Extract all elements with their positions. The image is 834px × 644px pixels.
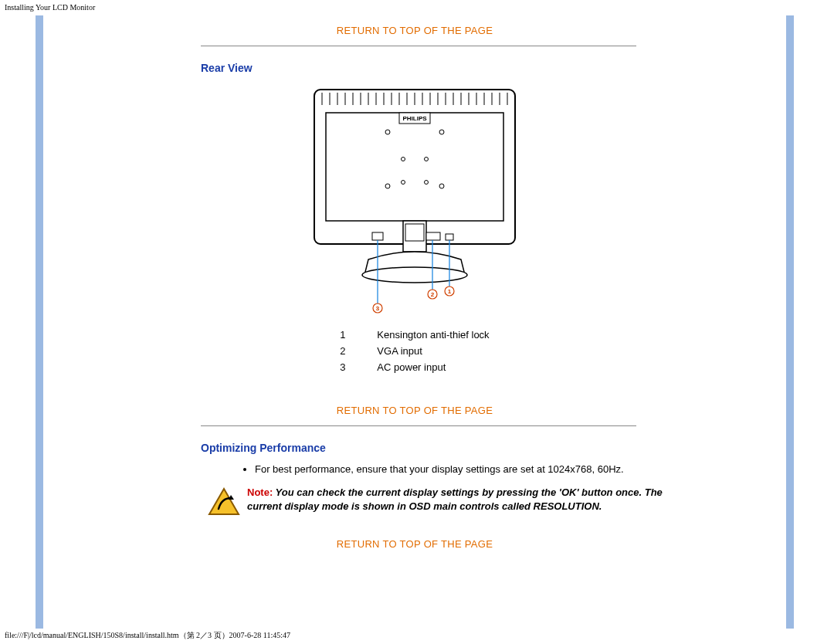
svg-point-33 [402, 158, 405, 161]
divider [201, 46, 636, 46]
rear-view-title: Rear View [201, 62, 775, 74]
legend-num: 2 [332, 343, 369, 359]
rear-view-legend: 1 Kensington anti-thief lock 2 VGA input… [332, 327, 497, 375]
return-top-link-2[interactable]: RETURN TO TOP OF THE PAGE [54, 405, 775, 416]
svg-rect-1 [326, 113, 503, 221]
content-area: RETURN TO TOP OF THE PAGE Rear View [46, 15, 783, 629]
legend-label: Kensington anti-thief lock [369, 327, 497, 343]
svg-point-31 [385, 184, 390, 188]
sidebar-right [786, 15, 794, 629]
table-row: 3 AC power input [332, 359, 497, 375]
svg-rect-40 [372, 232, 383, 240]
note-text: Note: You can check the current display … [247, 486, 698, 513]
list-item: For best performance, ensure that your d… [255, 463, 775, 475]
note-row: Note: You can check the current display … [201, 486, 698, 517]
svg-marker-52 [209, 489, 239, 514]
svg-text:3: 3 [376, 305, 380, 312]
sidebar-left [36, 15, 43, 629]
svg-point-36 [425, 181, 429, 185]
svg-point-35 [402, 181, 405, 185]
page: Installing Your LCD Monitor file:///F|/l… [0, 0, 834, 644]
svg-rect-42 [446, 234, 453, 240]
svg-rect-41 [426, 232, 440, 240]
table-row: 2 VGA input [332, 343, 497, 359]
svg-point-29 [385, 130, 390, 134]
page-header: Installing Your LCD Monitor [5, 3, 95, 12]
table-row: 1 Kensington anti-thief lock [332, 327, 497, 343]
rear-view-diagram: PHILIPS [54, 82, 775, 316]
svg-text:PHILIPS: PHILIPS [402, 115, 427, 122]
return-top-link-1[interactable]: RETURN TO TOP OF THE PAGE [54, 25, 775, 36]
page-footer: file:///F|/lcd/manual/ENGLISH/150S8/inst… [5, 630, 290, 641]
legend-num: 1 [332, 327, 369, 343]
svg-point-34 [425, 158, 429, 161]
legend-label: VGA input [369, 343, 497, 359]
note-label: Note: [247, 486, 273, 498]
svg-point-30 [439, 130, 444, 134]
optimizing-title: Optimizing Performance [201, 442, 775, 454]
svg-point-32 [439, 184, 444, 188]
warning-icon [201, 486, 247, 517]
divider [201, 425, 636, 426]
svg-rect-38 [405, 224, 424, 241]
note-body: You can check the current display settin… [247, 486, 663, 512]
legend-label: AC power input [369, 359, 497, 375]
return-top-link-3[interactable]: RETURN TO TOP OF THE PAGE [54, 538, 775, 550]
svg-text:2: 2 [431, 291, 435, 298]
perf-list: For best performance, ensure that your d… [224, 463, 775, 475]
legend-num: 3 [332, 359, 369, 375]
svg-text:1: 1 [448, 288, 452, 295]
